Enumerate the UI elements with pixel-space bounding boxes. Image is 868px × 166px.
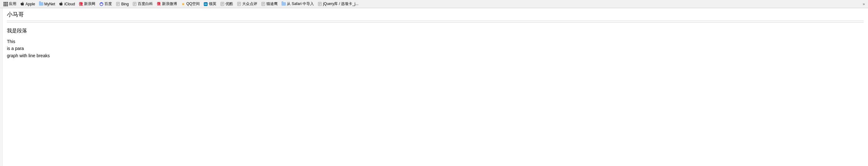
bookmark-safari-import-label: 从 Safari 中导入 — [287, 1, 314, 7]
bookmark-maotuyingyan[interactable]: 猫途鹰 — [259, 1, 279, 7]
sina-icon: 微 — [79, 2, 83, 6]
page-title: 小马哥 — [7, 11, 864, 18]
youku-page-icon — [220, 2, 224, 6]
bookmarks-overflow-button[interactable]: » — [861, 1, 866, 7]
baidu-icon — [99, 2, 103, 6]
bookmark-safari-import[interactable]: 从 Safari 中导入 — [280, 1, 315, 7]
bookmark-apple-label: Apple — [26, 2, 35, 6]
bookmark-mynet[interactable]: MyNet — [37, 1, 57, 7]
bookmark-jquery[interactable]: jQuery库 / 选项卡_j... — [316, 1, 360, 7]
paragraph-text: This is a para graph with line breaks — [7, 38, 864, 59]
bookmark-baidu[interactable]: 百度 — [97, 1, 114, 7]
bookmark-dajudieping[interactable]: 大众点评 — [235, 1, 259, 7]
divider-top — [7, 21, 864, 21]
bing-page-icon — [116, 2, 120, 6]
page-content-area: 小马哥 我是段落 This is a para graph with line … — [2, 8, 868, 62]
para-line-3: graph with line breaks — [7, 53, 50, 58]
weibo-icon: 微 — [157, 2, 161, 6]
bookmark-qqspace-label: QQ空间 — [186, 1, 200, 7]
left-edge-marker — [0, 8, 2, 166]
folder-icon-mynet — [39, 2, 43, 6]
maotuyingyan-page-icon — [261, 2, 266, 6]
bookmark-xinlangweibo[interactable]: 微 新浪微博 — [155, 1, 179, 7]
bookmark-baidubaike-label: 百度白科 — [138, 1, 153, 7]
bookmark-xinlangweibo-label: 新浪微博 — [162, 1, 177, 7]
bookmark-jquery-label: jQuery库 / 选项卡_j... — [323, 1, 359, 7]
bookmark-bing-label: Bing — [121, 2, 129, 6]
bookmark-baidu-label: 百度 — [104, 1, 112, 7]
bookmark-lingying[interactable]: in 领英 — [202, 1, 218, 7]
bookmark-mynet-label: MyNet — [44, 2, 55, 6]
bookmarks-bar: 应用 Apple MyNet iCloud 微 新浪网 — [0, 0, 868, 8]
bookmark-icloud-label: iCloud — [64, 2, 75, 6]
apple-icon — [20, 2, 25, 6]
bookmark-dajudieping-label: 大众点评 — [242, 1, 257, 7]
para-line-1: This — [7, 39, 15, 44]
para-line-2: is a para — [7, 46, 24, 51]
folder-icon-safari — [281, 2, 286, 6]
bookmark-maotuyingyan-label: 猫途鹰 — [267, 1, 278, 7]
bookmark-lingying-label: 领英 — [209, 1, 216, 7]
linkedin-icon: in — [204, 2, 208, 6]
bookmark-youku[interactable]: 优酷 — [219, 1, 235, 7]
apple-icon-icloud — [59, 2, 63, 6]
grid-icon — [3, 2, 8, 6]
bookmark-sina-label: 新浪网 — [84, 1, 95, 7]
qq-icon: ★ — [181, 2, 185, 6]
baidubaike-page-icon — [132, 2, 137, 6]
bookmark-sina[interactable]: 微 新浪网 — [77, 1, 97, 7]
bookmark-apps[interactable]: 应用 — [2, 1, 18, 7]
dajudieping-page-icon — [237, 2, 241, 6]
bookmark-icloud[interactable]: iCloud — [57, 1, 76, 7]
jquery-page-icon — [318, 2, 322, 6]
section-heading: 我是段落 — [7, 28, 864, 34]
bookmark-baidubaike[interactable]: 百度白科 — [131, 1, 154, 7]
bookmark-apps-label: 应用 — [9, 1, 17, 7]
bookmark-bing[interactable]: Bing — [114, 1, 130, 7]
bookmark-qqspace[interactable]: ★ QQ空间 — [179, 1, 201, 7]
bookmark-apple[interactable]: Apple — [19, 1, 37, 7]
divider-bottom — [7, 22, 864, 23]
bookmark-youku-label: 优酷 — [225, 1, 233, 7]
